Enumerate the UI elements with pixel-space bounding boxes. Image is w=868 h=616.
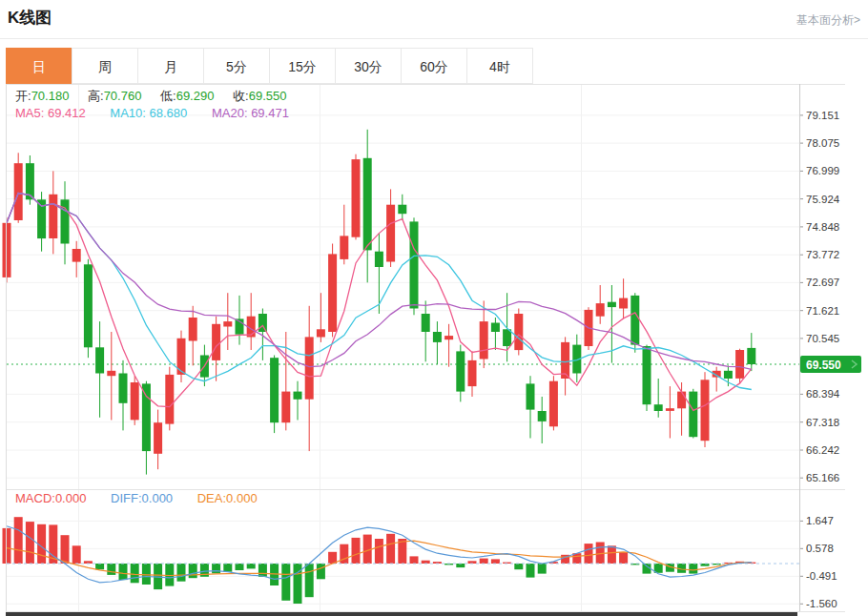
page-title: K线图 <box>8 7 52 29</box>
candle-body <box>630 296 639 345</box>
ma20-value: 69.471 <box>251 106 289 120</box>
candle-body <box>677 392 686 409</box>
ma5-value: 69.412 <box>48 106 86 120</box>
y-axis-tick-label: 73.772 <box>806 249 839 260</box>
header-divider <box>0 38 868 39</box>
tab-30min[interactable]: 30分 <box>335 48 402 84</box>
macd-bar <box>212 564 220 573</box>
candle-body <box>480 321 488 359</box>
macd-axis-tick-label: 1.647 <box>806 515 834 526</box>
candle-body <box>538 411 547 421</box>
macd-bar <box>177 564 186 582</box>
candle-body <box>410 221 419 308</box>
candle-body <box>654 404 663 411</box>
candle-body <box>701 380 710 441</box>
y-axis-tick-label: 67.318 <box>806 417 839 428</box>
candle-body <box>165 375 174 424</box>
candle-body <box>666 408 674 411</box>
macd-bar <box>410 556 419 564</box>
y-axis-tick-label: 79.151 <box>806 110 839 121</box>
candle-body <box>596 303 605 317</box>
fundamental-analysis-link[interactable]: 基本面分析> <box>796 12 860 29</box>
y-axis-tick-label: 76.999 <box>806 165 839 176</box>
macd-bar <box>491 559 500 564</box>
tab-15min[interactable]: 15分 <box>269 48 336 84</box>
tab-5min[interactable]: 5分 <box>203 48 270 84</box>
candle-body <box>386 205 395 262</box>
y-axis-tick-label: 75.924 <box>806 194 840 205</box>
diff-label: DIFF: <box>111 491 142 505</box>
ohlc-readout: 开:70.180 高:70.760 低:69.290 收:69.550 <box>15 88 301 105</box>
macd-bar <box>14 517 23 564</box>
candle-body <box>503 329 511 346</box>
macd-label: MACD: <box>15 491 55 505</box>
candle-body <box>724 371 733 379</box>
y-axis-tick-label: 66.242 <box>806 444 839 456</box>
high-value: 70.760 <box>104 89 142 103</box>
macd-bar <box>95 564 104 569</box>
macd-bar <box>165 564 174 586</box>
candle-body <box>270 358 279 422</box>
macd-bar <box>480 559 488 564</box>
candle-body <box>491 323 500 333</box>
candle-body <box>258 314 267 332</box>
candle-body <box>154 422 162 454</box>
kline-chart-canvas[interactable]: 79.15178.07576.99975.92474.84873.77272.6… <box>0 84 868 616</box>
tab-week[interactable]: 周 <box>72 48 138 84</box>
macd-bar <box>538 564 547 574</box>
candle-body <box>735 350 744 379</box>
candle-body <box>643 346 651 404</box>
y-axis-tick-label: 71.621 <box>806 305 839 317</box>
high-label: 高: <box>88 89 104 103</box>
macd-bar <box>352 538 361 564</box>
candle-body <box>456 351 465 391</box>
candle-body <box>49 195 57 238</box>
low-value: 69.290 <box>176 89 215 103</box>
macd-bar <box>527 564 535 578</box>
candle-body <box>352 159 361 237</box>
candle-body <box>328 254 337 332</box>
candle-body <box>72 249 81 262</box>
open-label: 开: <box>15 89 31 103</box>
dea-label: DEA: <box>197 491 226 505</box>
candle-body <box>444 336 453 339</box>
y-axis-tick-label: 74.848 <box>806 221 839 233</box>
macd-bar <box>258 564 267 577</box>
macd-bar <box>61 535 70 564</box>
macd-axis-tick-label: -1.560 <box>806 598 837 609</box>
period-tab-bar: 日 周 月 5分 15分 30分 60分 4时 <box>6 48 533 84</box>
macd-bar <box>189 564 197 578</box>
macd-bar <box>223 564 232 572</box>
macd-bar <box>596 543 605 565</box>
macd-bar <box>26 522 34 564</box>
candle-body <box>608 302 616 307</box>
tab-4hour[interactable]: 4时 <box>466 48 533 84</box>
macd-bar <box>608 545 616 564</box>
close-label: 收: <box>233 89 249 103</box>
macd-value: 0.000 <box>55 491 87 505</box>
time-scrollbar[interactable] <box>6 612 797 616</box>
candle-body <box>468 360 477 386</box>
macd-bar <box>585 544 593 564</box>
y-axis-tick-label: 70.545 <box>806 333 839 344</box>
candle-body <box>549 381 558 427</box>
macd-bar <box>619 552 628 564</box>
candle-body <box>619 298 628 309</box>
candle-body <box>317 329 325 337</box>
macd-bar <box>131 564 139 583</box>
ma5-label: MA5: <box>15 106 48 120</box>
candle-body <box>433 332 442 342</box>
low-label: 低: <box>160 89 176 103</box>
candle-body <box>747 348 755 364</box>
tab-60min[interactable]: 60分 <box>401 48 467 84</box>
candle-body <box>223 321 232 326</box>
candle-body <box>119 374 128 403</box>
macd-bar <box>142 564 151 585</box>
macd-bar <box>514 564 523 569</box>
dea-value: 0.000 <box>226 491 258 505</box>
candle-body <box>375 252 383 267</box>
ma-readout: MA5: 69.412 MA10: 68.680 MA20: 69.471 <box>15 106 289 120</box>
tab-day[interactable]: 日 <box>6 48 72 84</box>
tab-month[interactable]: 月 <box>137 48 204 84</box>
macd-bar <box>689 564 697 574</box>
